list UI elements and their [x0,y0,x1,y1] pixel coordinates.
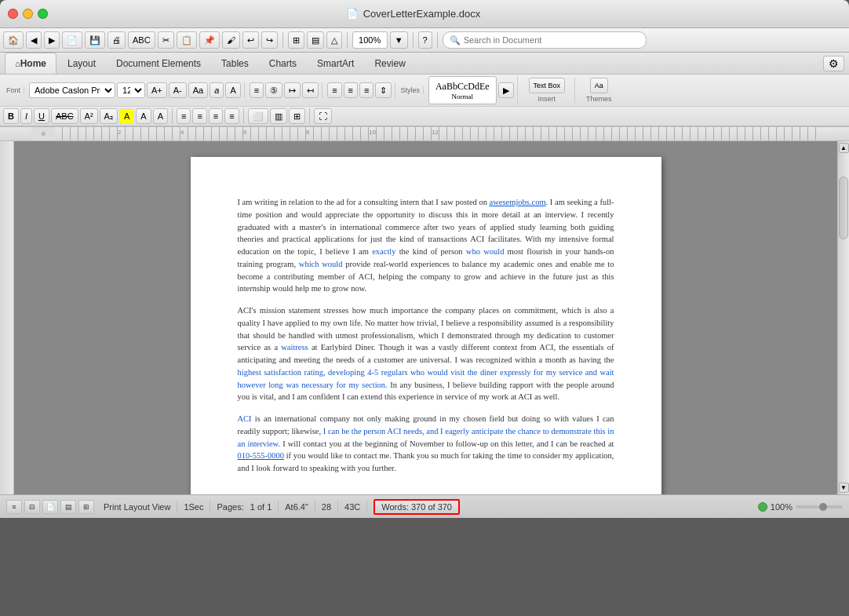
para-align-j[interactable]: ≡ [224,108,239,124]
view-icon-5[interactable]: ⊞ [78,500,94,514]
font-size-up-btn[interactable]: A+ [147,82,167,98]
ruler-scale: 2 4 6 8 10 12 [55,127,818,140]
main-area: I am writing in relation to the ad for a… [0,141,849,494]
view-icon-3[interactable]: 📄 [42,500,58,514]
paragraph-2: ACI's mission statement stresses how muc… [238,304,614,403]
subscript-btn[interactable]: A₂ [100,108,118,124]
para-align-r[interactable]: ≡ [209,108,223,124]
pages-value: 1 of 1 [250,502,272,512]
scissors-btn[interactable]: ✂ [158,31,174,49]
minimize-button[interactable] [23,9,33,19]
col-btn[interactable]: ▤ [307,31,324,49]
tab-home[interactable]: Home [5,53,56,74]
undo-btn[interactable]: ↩ [242,31,259,49]
indent-more-btn[interactable]: ↦ [284,82,301,98]
font-size-select[interactable]: 12 [117,82,145,98]
view-mode-icons: ≡ ⊟ 📄 ▤ ⊞ [6,500,94,514]
insert-table-btn[interactable]: ⊞ [288,31,304,49]
font-clear-btn[interactable]: A [225,82,240,98]
doc-scroll-area[interactable]: I am writing in relation to the ad for a… [14,141,837,494]
tab-review[interactable]: Review [365,53,414,74]
font-style-btn[interactable]: a [210,82,224,98]
tab-tables[interactable]: Tables [212,53,258,74]
para-align-c[interactable]: ≡ [192,108,206,124]
align-center-btn[interactable]: ≡ [344,82,358,98]
home-toolbar-btn[interactable]: 🏠 [3,31,24,49]
close-button[interactable] [8,9,18,19]
col-l-btn[interactable]: ⬜ [248,108,268,124]
font-aa-btn[interactable]: Aa [188,82,208,98]
toolbar-sep4 [437,32,438,48]
zoom-slider-thumb[interactable] [819,503,827,511]
para-align-l[interactable]: ≡ [177,108,191,124]
new-btn[interactable]: 📄 [62,31,82,49]
zoom-dropdown-btn[interactable]: ▼ [390,31,408,49]
save-btn[interactable]: 💾 [85,31,105,49]
view-icon-2[interactable]: ⊟ [24,500,40,514]
bullet-list-btn[interactable]: ≡ [250,82,264,98]
zoom-btn2[interactable]: ⛶ [314,108,332,124]
tab-charts[interactable]: Charts [260,53,306,74]
table-btn2[interactable]: ⊞ [289,108,305,124]
zoom-slider[interactable] [796,505,843,508]
scroll-down-btn[interactable]: ▼ [839,483,849,493]
highlight-btn[interactable]: A [119,108,134,124]
insert-text-box-btn[interactable]: Text Box [529,78,566,93]
status-sep5 [337,501,338,513]
paste-btn[interactable]: 📌 [199,31,220,49]
font-family-select[interactable]: Adobe Caslon Pro [29,82,115,98]
text-effects-btn[interactable]: A [153,108,168,124]
zoom-input[interactable]: 100% [352,31,388,49]
align-right-btn[interactable]: ≡ [359,82,373,98]
insert-panel: Text Box Insert [523,78,572,103]
format-bar-1: Font Adobe Caslon Pro 12 A+ A- Aa a A ≡ … [0,75,849,107]
document-page: I am writing in relation to the ad for a… [191,157,661,494]
maximize-button[interactable] [38,9,48,19]
section-label: 1Sec [184,502,203,512]
superscript-btn[interactable]: A² [80,108,98,124]
shape-btn[interactable]: △ [326,31,342,49]
themes-panel: Aa Themes [580,78,618,103]
insert-group: Text Box Insert [519,78,576,103]
line-spacing-btn[interactable]: ⇕ [375,82,392,98]
style-preview-box[interactable]: AaBbCcDdEe Normal [428,76,497,104]
indent-less-btn[interactable]: ↤ [302,82,319,98]
back-btn[interactable]: ◀ [26,31,42,49]
copy-btn[interactable]: 📋 [177,31,197,49]
underline-btn[interactable]: U [34,108,49,124]
styles-scroll-btn[interactable]: ▶ [498,82,514,98]
search-input[interactable] [464,35,639,45]
zoom-pct: 100% [771,502,793,512]
help-btn[interactable]: ? [418,31,432,49]
view-icon-4[interactable]: ▤ [60,500,76,514]
vertical-scrollbar[interactable]: ▲ ▼ [837,141,849,494]
tab-smartart[interactable]: SmartArt [308,53,363,74]
link-awesomejobs[interactable]: awesemjobs.com [490,198,546,206]
bold-btn[interactable]: B [3,108,19,124]
number-list-btn[interactable]: ⑤ [265,82,282,98]
font-controls: Adobe Caslon Pro 12 A+ A- Aa a A [26,82,245,98]
spell-btn[interactable]: ABC [128,31,155,49]
format-sep1 [172,108,173,124]
strikethrough-btn[interactable]: ABC [51,108,78,124]
tab-document-elements[interactable]: Document Elements [107,53,210,74]
col-r-btn[interactable]: ▥ [270,108,287,124]
font-color-btn[interactable]: A [136,108,151,124]
scroll-thumb[interactable] [839,177,848,239]
scroll-up-btn[interactable]: ▲ [839,143,849,153]
font-size-down-btn[interactable]: A- [169,82,187,98]
align-left-btn[interactable]: ≡ [327,82,341,98]
forward-btn[interactable]: ▶ [44,31,60,49]
tab-layout[interactable]: Layout [58,53,105,74]
link-phone[interactable]: 010-555-0000 [238,451,285,460]
view-icon-1[interactable]: ≡ [6,500,22,514]
italic-btn[interactable]: I [20,108,32,124]
themes-btn[interactable]: Aa [590,78,608,93]
paint-btn[interactable]: 🖌 [222,31,240,49]
redo-btn[interactable]: ↪ [261,31,278,49]
ribbon-options-btn[interactable]: ⚙ [823,56,844,71]
print-btn[interactable]: 🖨 [107,31,126,49]
ruler-corner: ⊕ [31,127,55,140]
status-sep3 [278,501,279,513]
paragraph-group: ≡ ≡ ≡ ⇕ [324,82,395,98]
